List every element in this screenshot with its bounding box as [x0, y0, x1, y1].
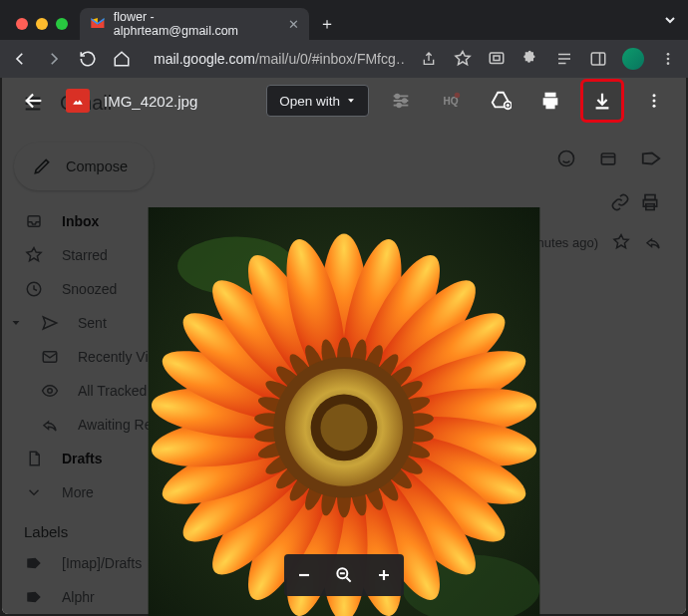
zoom-reset-button[interactable]	[324, 554, 364, 596]
viewer-toolbar: IMG_4202.jpg Open with HQ	[2, 78, 686, 124]
close-window-icon[interactable]	[16, 18, 28, 30]
svg-rect-0	[490, 53, 504, 64]
adjust-icon[interactable]	[383, 83, 419, 119]
browser-tab[interactable]: flower - alphrteam@gmail.com ✕	[80, 8, 309, 40]
side-panel-icon[interactable]	[588, 49, 608, 69]
open-with-label: Open with	[279, 94, 340, 109]
print-button[interactable]	[532, 83, 568, 119]
open-with-button[interactable]: Open with	[266, 85, 369, 117]
gmail-favicon-icon	[90, 16, 106, 32]
maximize-window-icon[interactable]	[56, 18, 68, 30]
new-tab-button[interactable]: ＋	[313, 10, 341, 38]
toolbar-right	[487, 48, 678, 70]
extension-badge-icon[interactable]	[622, 48, 644, 70]
browser-toolbar: mail.google.com/mail/u/0/#inbox/FMfcg…	[0, 40, 688, 78]
svg-point-22	[653, 100, 656, 103]
svg-point-21	[653, 94, 656, 97]
svg-point-4	[667, 58, 670, 61]
viewer-more-button[interactable]	[636, 83, 672, 119]
bookmark-button[interactable]	[453, 49, 473, 69]
zoom-out-button[interactable]	[284, 554, 324, 596]
svg-rect-1	[494, 56, 500, 61]
extensions-icon[interactable]	[520, 49, 540, 69]
hq-icon[interactable]: HQ	[433, 83, 469, 119]
tab-close-icon[interactable]: ✕	[288, 17, 299, 32]
address-bar[interactable]: mail.google.com/mail/u/0/#inbox/FMfcg…	[146, 51, 405, 67]
browser-menu-button[interactable]	[658, 49, 678, 69]
svg-point-15	[396, 95, 400, 99]
svg-point-3	[667, 53, 670, 56]
url-path: /mail/u/0/#inbox/FMfcg…	[255, 51, 405, 67]
forward-button[interactable]	[44, 49, 64, 69]
viewer-filename: IMG_4202.jpg	[104, 93, 197, 110]
share-button[interactable]	[419, 49, 439, 69]
reload-button[interactable]	[78, 49, 98, 69]
back-button[interactable]	[10, 49, 30, 69]
home-button[interactable]	[112, 49, 132, 69]
svg-point-17	[397, 104, 401, 108]
reading-list-icon[interactable]	[554, 49, 574, 69]
svg-point-16	[403, 99, 407, 103]
cast-icon[interactable]	[487, 49, 507, 69]
window-controls	[16, 18, 68, 30]
svg-rect-2	[591, 53, 605, 65]
viewer-back-button[interactable]	[16, 83, 52, 119]
add-to-drive-button[interactable]	[483, 83, 518, 119]
svg-point-19	[455, 93, 461, 99]
download-button[interactable]	[582, 81, 622, 121]
minimize-window-icon[interactable]	[36, 18, 48, 30]
svg-point-5	[667, 62, 670, 65]
tab-title: flower - alphrteam@gmail.com	[114, 10, 280, 38]
tab-overflow-icon[interactable]	[662, 12, 678, 32]
attachment-viewer: IMG_4202.jpg Open with HQ	[2, 78, 686, 614]
svg-point-86	[320, 404, 367, 451]
browser-tab-strip: flower - alphrteam@gmail.com ✕ ＋	[0, 0, 688, 40]
svg-point-23	[653, 105, 656, 108]
caret-down-icon	[346, 96, 356, 106]
zoom-controls	[284, 554, 404, 596]
url-host: mail.google.com	[154, 51, 255, 67]
zoom-in-button[interactable]	[364, 554, 404, 596]
file-type-icon	[66, 89, 90, 113]
